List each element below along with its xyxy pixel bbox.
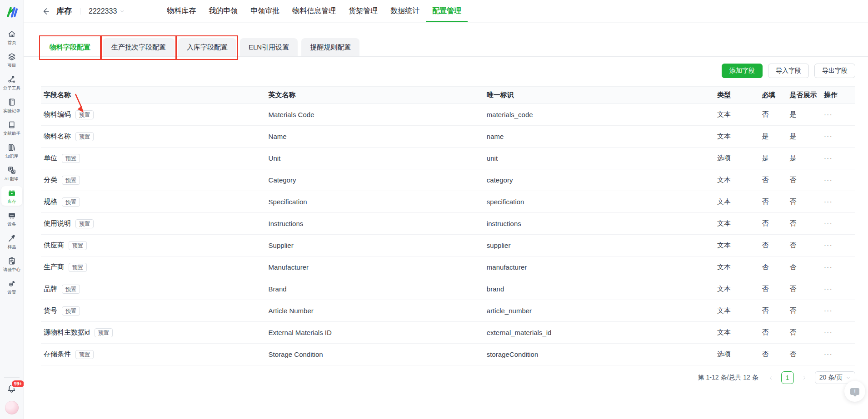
tab-inbound-fields[interactable]: 入库字段配置	[178, 38, 236, 56]
app-logo[interactable]	[4, 5, 20, 20]
field-name-label: 物料编码	[44, 110, 71, 119]
row-actions-button[interactable]: ···	[821, 344, 855, 365]
type-cell: 文本	[714, 300, 759, 322]
nav-item-label: 申领审批	[250, 6, 279, 16]
english-name-cell: Instructions	[266, 213, 484, 235]
feedback-fab-button[interactable]	[844, 381, 865, 402]
row-actions-button[interactable]: ···	[821, 104, 855, 126]
import-fields-button[interactable]: 导入字段	[768, 64, 809, 78]
nav-item-data-statistics[interactable]: 数据统计	[384, 0, 426, 22]
column-header: 英文名称	[266, 87, 484, 104]
sidebar-item-projects[interactable]: 项目	[1, 50, 22, 69]
column-header: 操作	[821, 87, 855, 104]
nav-item-material-info[interactable]: 物料信息管理	[286, 0, 342, 22]
preset-badge: 预置	[69, 263, 87, 272]
pagination-next-button[interactable]	[798, 372, 810, 384]
nav-item-material-inventory[interactable]: 物料库存	[160, 0, 202, 22]
equipment-icon	[7, 211, 16, 220]
field-name-cell: 品牌 预置	[44, 285, 264, 294]
export-fields-button[interactable]: 导出字段	[814, 64, 855, 78]
display-cell: 否	[787, 278, 821, 300]
nav-item-my-requisition[interactable]: 我的申领	[202, 0, 244, 22]
row-actions-button[interactable]: ···	[821, 256, 855, 278]
column-header: 字段名称	[41, 87, 266, 104]
pagination-page-button[interactable]: 1	[781, 371, 794, 384]
table-header-row: 字段名称英文名称唯一标识类型必填是否展示操作	[41, 87, 855, 104]
table-row: 物料编码 预置 Materials Code materials_code 文本…	[41, 104, 855, 126]
tab-material-fields[interactable]: 物料字段配置	[41, 38, 99, 56]
display-cell: 否	[787, 256, 821, 278]
display-cell: 否	[787, 235, 821, 256]
nav-item-label: 数据统计	[390, 6, 419, 16]
user-avatar[interactable]	[5, 401, 19, 414]
sidebar-item-experiment-records[interactable]: 实验记录	[1, 95, 22, 115]
top-header: 库存 2222333 物料库存 我的申领 申领审批	[24, 0, 868, 23]
sidebar-item-molecule-tools[interactable]: 分子工具	[1, 73, 22, 92]
row-actions-button[interactable]: ···	[821, 191, 855, 213]
row-actions-button[interactable]: ···	[821, 235, 855, 256]
molecule-tools-icon	[7, 75, 16, 84]
field-name-label: 供应商	[44, 241, 64, 250]
sidebar-item-inventory[interactable]: 库存	[1, 186, 22, 206]
sidebar-item-knowledge-base[interactable]: 知识库	[1, 141, 22, 160]
sidebar-item-home[interactable]: 首页	[1, 27, 22, 47]
preset-badge: 预置	[62, 176, 80, 185]
sidebar-item-ai-translate[interactable]: AI 翻译	[1, 163, 22, 183]
sidebar-item-inspection-center[interactable]: 请验中心	[1, 254, 22, 274]
tab-eln-reference[interactable]: ELN引用设置	[240, 38, 298, 56]
notifications-button[interactable]: 99+	[7, 384, 16, 394]
english-name-cell: Specification	[266, 191, 484, 213]
nav-item-requisition-approval[interactable]: 申领审批	[244, 0, 286, 22]
sidebar-item-label: 请验中心	[3, 267, 20, 271]
field-name-label: 存储条件	[44, 350, 71, 359]
required-cell: 否	[759, 104, 787, 126]
row-actions-button[interactable]: ···	[821, 148, 855, 169]
nav-item-label: 货架管理	[349, 6, 378, 16]
field-name-cell: 分类 预置	[44, 176, 264, 185]
sidebar-item-settings[interactable]: 设置	[1, 277, 22, 296]
table-row: 供应商 预置 Supplier supplier 文本 否 否 ···	[41, 235, 855, 256]
preset-badge: 预置	[62, 197, 80, 207]
sidebar-item-equipment[interactable]: 设备	[1, 209, 22, 228]
english-name-cell: Category	[266, 169, 484, 191]
preset-badge: 预置	[75, 350, 94, 359]
field-name-cell: 物料编码 预置	[44, 110, 264, 119]
sidebar-item-label: 项目	[7, 63, 16, 67]
english-name-cell: External Materials ID	[266, 322, 484, 344]
feedback-icon	[850, 388, 859, 395]
preset-badge: 预置	[62, 154, 80, 163]
back-button[interactable]	[41, 7, 50, 16]
field-name-cell: 货号 预置	[44, 306, 264, 315]
row-actions-button[interactable]: ···	[821, 300, 855, 322]
sidebar-item-label: 首页	[7, 40, 16, 44]
sidebar-item-literature-helper[interactable]: 文献助手	[1, 118, 22, 138]
row-actions-button[interactable]: ···	[821, 278, 855, 300]
unique-key-cell: article_number	[484, 300, 714, 322]
row-actions-button[interactable]: ···	[821, 126, 855, 148]
add-field-button[interactable]: 添加字段	[722, 64, 763, 78]
tab-reminder-rules[interactable]: 提醒规则配置	[301, 38, 359, 56]
experiment-records-icon	[7, 98, 16, 107]
chevron-left-icon	[768, 375, 773, 380]
table-row: 物料名称 预置 Name name 文本 是 是 ···	[41, 126, 855, 148]
row-actions-button[interactable]: ···	[821, 213, 855, 235]
required-cell: 否	[759, 169, 787, 191]
row-actions-button[interactable]: ···	[821, 322, 855, 344]
table-row: 分类 预置 Category category 文本 否 否 ···	[41, 169, 855, 191]
tab-batch-fields[interactable]: 生产批次字段配置	[103, 38, 175, 56]
fields-table: 字段名称英文名称唯一标识类型必填是否展示操作 物料编码 预置 Materials…	[41, 86, 855, 365]
type-cell: 文本	[714, 104, 759, 126]
pagination-prev-button[interactable]	[765, 372, 777, 384]
nav-item-config-management[interactable]: 配置管理	[426, 0, 468, 22]
row-actions-button[interactable]: ···	[821, 169, 855, 191]
main-content: 库存 2222333 物料库存 我的申领 申领审批	[24, 0, 868, 419]
nav-item-shelf-management[interactable]: 货架管理	[342, 0, 384, 22]
sample-icon	[7, 234, 16, 243]
table-row: 规格 预置 Specification specification 文本 否 否…	[41, 191, 855, 213]
field-name-label: 货号	[44, 306, 57, 315]
english-name-cell: Storage Condition	[266, 344, 484, 365]
inventory-icon	[7, 188, 16, 197]
table-row: 存储条件 预置 Storage Condition storageConditi…	[41, 344, 855, 365]
workspace-select[interactable]: 2222333	[89, 7, 125, 15]
sidebar-item-samples[interactable]: 样品	[1, 232, 22, 251]
